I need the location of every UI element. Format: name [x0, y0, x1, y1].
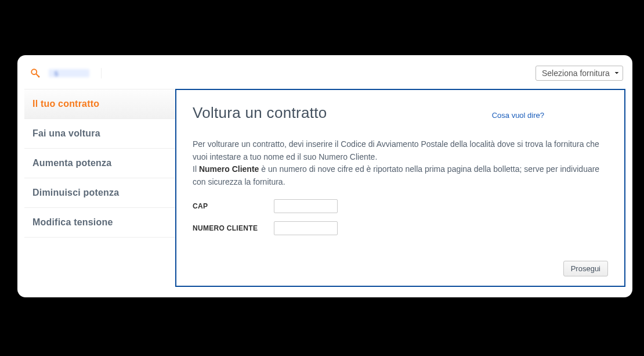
supply-selector[interactable]: Seleziona fornitura — [536, 66, 623, 81]
form-row-numcli: NUMERO CLIENTE — [193, 221, 608, 235]
sidebar-item-contract[interactable]: Il tuo contratto — [24, 89, 175, 119]
panel-title: Voltura un contratto — [193, 104, 327, 122]
form-row-cap: CAP — [193, 199, 608, 213]
sidebar-item-voltura[interactable]: Fai una voltura — [24, 119, 175, 149]
sidebar-item-modify-voltage[interactable]: Modifica tensione — [24, 208, 175, 238]
sidebar-item-label: Fai una voltura — [32, 128, 100, 138]
topbar: 5 Seleziona fornitura — [24, 62, 625, 89]
search-brand-icon — [30, 68, 41, 78]
numcli-label: NUMERO CLIENTE — [193, 224, 274, 232]
topbar-left: 5 — [27, 68, 102, 78]
intro-bold: Numero Cliente — [199, 164, 259, 174]
sidebar-item-label: Modifica tensione — [32, 217, 113, 227]
main-layout: Il tuo contratto Fai una voltura Aumenta… — [24, 89, 625, 287]
help-link[interactable]: Cosa vuol dire? — [492, 111, 544, 120]
sidebar-item-decrease-power[interactable]: Diminuisci potenza — [24, 178, 175, 208]
sidebar-item-increase-power[interactable]: Aumenta potenza — [24, 149, 175, 178]
continue-button[interactable]: Prosegui — [563, 261, 608, 276]
numcli-input[interactable] — [274, 221, 338, 235]
cap-label: CAP — [193, 202, 274, 210]
cap-input[interactable] — [274, 199, 338, 213]
sidebar-item-label: Il tuo contratto — [32, 99, 99, 109]
intro-part2a: Il — [193, 164, 199, 174]
main-panel: Voltura un contratto Cosa vuol dire? Per… — [175, 89, 625, 287]
panel-footer: Prosegui — [193, 243, 608, 276]
panel-header: Voltura un contratto Cosa vuol dire? — [193, 104, 608, 122]
sidebar-item-label: Diminuisci potenza — [32, 188, 119, 197]
customer-ref-badge: 5 — [49, 69, 89, 77]
sidebar-item-label: Aumenta potenza — [32, 158, 111, 168]
intro-part1: Per volturare un contratto, devi inserir… — [193, 139, 599, 161]
svg-point-2 — [38, 76, 40, 78]
intro-text: Per volturare un contratto, devi inserir… — [193, 138, 608, 189]
sidebar: Il tuo contratto Fai una voltura Aumenta… — [24, 89, 175, 287]
app-frame: 5 Seleziona fornitura Il tuo contratto F… — [17, 55, 632, 297]
